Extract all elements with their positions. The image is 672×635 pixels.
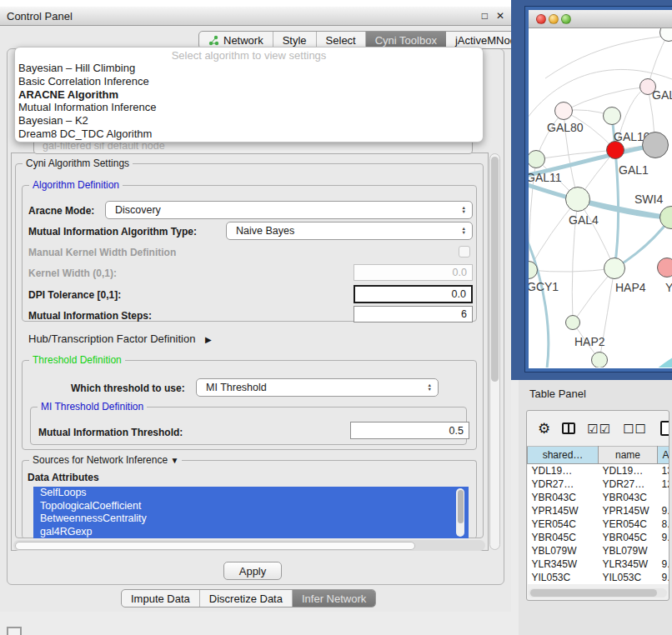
unchecked-boxes-icon[interactable]: ☐☐	[623, 422, 647, 436]
network-canvas[interactable]: GALGAL80GAL10GAL1GAL11GAL4SWI4GCY1HAP4YH…	[529, 28, 672, 368]
network-node[interactable]	[565, 187, 590, 212]
table-cell: YER054C	[528, 518, 599, 531]
gear-icon[interactable]: ⚙	[538, 422, 550, 436]
kernel-width-label: Kernel Width (0,1):	[28, 268, 117, 279]
algorithm-option[interactable]: Mutual Information Inference	[15, 101, 483, 114]
aracne-mode-label: Aracne Mode:	[28, 205, 94, 217]
data-attributes-list[interactable]: SelfLoopsTopologicalCoefficientBetweenne…	[33, 487, 469, 538]
algorithm-dropdown-popup: Select algorithm to view settings Bayesi…	[14, 47, 484, 142]
settings-scrollbar-thumb[interactable]	[491, 157, 499, 382]
hub-section-toggle[interactable]: Hub/Transcription Factor Definition ▶	[28, 332, 212, 345]
sources-group-title[interactable]: Sources for Network Inference ▼	[29, 454, 182, 466]
screen: Control Panel □ ✕ NetworkStyleSelectCyni…	[0, 0, 672, 635]
attribute-item[interactable]: TopologicalCoefficient	[33, 500, 469, 513]
close-traffic-light-icon[interactable]	[536, 14, 546, 24]
table-row[interactable]: YDL19…YDL19…13	[528, 464, 670, 478]
tab-cyni-toolbox[interactable]: Cyni Toolbox	[366, 32, 446, 48]
table-cell: 9.	[658, 531, 670, 544]
column-header-shared…[interactable]: shared…	[528, 447, 599, 464]
table-cell: YDL19…	[599, 464, 658, 478]
chevron-right-icon: ▶	[205, 335, 212, 344]
node-table: shared…nameA YDL19…YDL19…13YDR27…YDR27…1…	[527, 446, 669, 584]
algorithm-option[interactable]: ARACNE Algorithm	[15, 88, 483, 102]
table-row[interactable]: YER054CYER054C8.	[528, 518, 670, 531]
table-cell: YER054C	[599, 518, 658, 531]
dpi-tolerance-field[interactable]: 0.0	[354, 285, 473, 303]
minimized-panel-icon[interactable]	[7, 627, 22, 635]
table-cell	[658, 491, 670, 504]
table-row[interactable]: YLR345WYLR345W9.	[528, 558, 670, 571]
tab-infer-network[interactable]: Infer Network	[293, 590, 375, 607]
attribute-item[interactable]: SelfLoops	[33, 487, 469, 500]
tab-style[interactable]: Style	[273, 32, 317, 48]
network-node[interactable]	[554, 102, 573, 120]
node-label: GAL4	[569, 213, 599, 227]
table-cell: YLR345W	[528, 558, 599, 571]
attribute-item[interactable]: BetweennessCentrality	[33, 512, 469, 526]
manual-kernel-label: Manual Kernel Width Definition	[28, 247, 176, 258]
mi-type-label: Mutual Information Algorithm Type:	[28, 226, 197, 238]
combo-stepper-icon: ▲▼	[462, 222, 466, 239]
algorithm-option[interactable]: Bayesian – K2	[15, 114, 483, 128]
network-node[interactable]	[606, 141, 624, 159]
attributes-scrollbar-thumb[interactable]	[458, 490, 464, 523]
algorithm-list: Bayesian – Hill ClimbingBasic Correlatio…	[15, 62, 483, 141]
bottom-tabs: Impute DataDiscretize DataInfer Network	[121, 589, 376, 608]
table-cell: YIL053C	[528, 571, 599, 584]
apply-button[interactable]: Apply	[223, 562, 282, 580]
column-header-A[interactable]: A	[658, 447, 670, 464]
mi-type-combo[interactable]: Naive Bayes ▲▼	[226, 222, 473, 240]
column-header-name[interactable]: name	[599, 447, 658, 464]
mi-steps-field[interactable]: 6	[354, 306, 473, 322]
which-threshold-combo[interactable]: MI Threshold ▲▼	[196, 378, 439, 397]
minimize-traffic-light-icon[interactable]	[549, 14, 559, 24]
table-row[interactable]: YBR045CYBR045C9.	[528, 531, 670, 544]
table-row[interactable]: YDR27…YDR27…12	[528, 478, 670, 491]
table-row[interactable]: YBR043CYBR043C	[528, 491, 670, 504]
mi-threshold-field[interactable]: 0.5	[350, 422, 469, 439]
table-cell: 9.	[658, 558, 670, 571]
settings-horizontal-thumb[interactable]	[15, 542, 415, 550]
table-cell: YPR145W	[528, 504, 599, 518]
kernel-width-field[interactable]: 0.0	[354, 264, 473, 281]
tab-network[interactable]: Network	[199, 32, 273, 48]
table-row[interactable]: YIL053CYIL053C9.	[528, 571, 670, 584]
float-icon[interactable]: □	[482, 10, 488, 22]
checked-boxes-icon[interactable]: ☑☑	[587, 422, 611, 436]
algorithm-option[interactable]: Basic Correlation Inference	[15, 75, 483, 88]
tab-impute-data[interactable]: Impute Data	[122, 590, 200, 607]
network-window-titlebar[interactable]	[529, 10, 672, 28]
top-strip	[0, 0, 511, 7]
table-cell: YDR27…	[599, 478, 658, 491]
network-node[interactable]	[657, 258, 672, 278]
table-cell: YBL079W	[528, 544, 599, 558]
network-node[interactable]	[565, 315, 580, 330]
network-node[interactable]	[604, 258, 625, 279]
document-icon[interactable]	[660, 421, 669, 436]
attribute-item[interactable]: gal4RGexp	[33, 526, 469, 539]
table-horizontal-scrollbar[interactable]	[529, 588, 667, 598]
kernel-width-value: 0.0	[453, 267, 467, 278]
dpi-tolerance-value: 0.0	[452, 288, 466, 300]
tab-discretize-data[interactable]: Discretize Data	[200, 590, 293, 607]
table-cell: 12	[658, 478, 670, 491]
zoom-traffic-light-icon[interactable]	[561, 14, 571, 24]
table-scrollbar-thumb[interactable]	[530, 589, 657, 597]
node-label: GAL	[652, 88, 672, 102]
close-icon[interactable]: ✕	[496, 10, 504, 22]
manual-kernel-checkbox[interactable]	[459, 246, 470, 258]
tab-select[interactable]: Select	[317, 32, 366, 48]
network-node[interactable]	[591, 352, 608, 368]
network-node[interactable]	[642, 132, 669, 158]
table-cell: 9.	[658, 504, 670, 518]
aracne-mode-combo[interactable]: Discovery ▲▼	[105, 201, 473, 219]
split-columns-icon[interactable]	[562, 422, 575, 434]
network-node[interactable]	[603, 107, 621, 125]
algorithm-option[interactable]: Dream8 DC_TDC Algorithm	[15, 128, 483, 141]
table-cell: YDR27…	[528, 478, 599, 491]
table-row[interactable]: YBL079WYBL079W	[528, 544, 670, 558]
algorithm-option[interactable]: Bayesian – Hill Climbing	[15, 62, 483, 75]
table-row[interactable]: YPR145WYPR145W9.	[528, 504, 670, 518]
threshold-definition-title: Threshold Definition	[29, 354, 125, 366]
which-threshold-value: MI Threshold	[206, 382, 267, 393]
